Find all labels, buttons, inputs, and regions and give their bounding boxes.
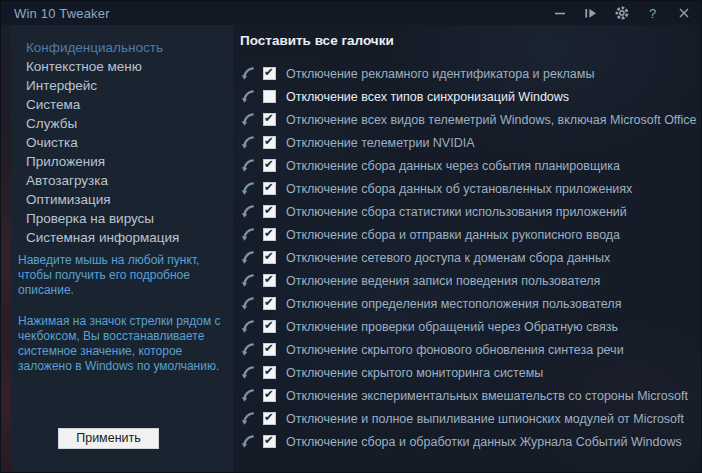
- checkbox[interactable]: ✔: [263, 274, 276, 287]
- titlebar: Win 10 Tweaker ?: [1, 1, 702, 25]
- checkbox[interactable]: ✔: [263, 182, 276, 195]
- checkbox[interactable]: ✔: [263, 435, 276, 448]
- checkbox-label: Отключение телеметрии NVIDIA: [286, 136, 475, 150]
- sidebar-item[interactable]: Система: [11, 95, 233, 114]
- check-icon: ✔: [264, 411, 274, 424]
- restore-default-arrow-icon[interactable]: [240, 365, 255, 380]
- checkbox-label: Отключение проверки обращений через Обра…: [286, 320, 618, 334]
- tweak-row[interactable]: ✔ Отключение сбора и отправки данных рук…: [233, 223, 702, 246]
- restore-default-arrow-icon[interactable]: [240, 66, 255, 81]
- sidebar-item[interactable]: Службы: [11, 114, 233, 133]
- sidebar-item[interactable]: Приложения: [11, 152, 233, 171]
- check-icon: ✔: [264, 250, 274, 263]
- restore-default-arrow-icon[interactable]: [240, 434, 255, 449]
- checkbox[interactable]: ✔: [263, 412, 276, 425]
- check-icon: ✔: [264, 319, 274, 332]
- checkbox-label: Отключение определения местоположения по…: [286, 297, 621, 311]
- apply-button[interactable]: Применить: [58, 428, 159, 449]
- restore-default-arrow-icon[interactable]: [240, 135, 255, 150]
- check-icon: ✔: [264, 227, 274, 240]
- desktop-background-strip: [1, 25, 11, 473]
- check-icon: ✔: [264, 66, 274, 79]
- sidebar-item[interactable]: Интерфейс: [11, 76, 233, 95]
- checkbox[interactable]: ✔: [263, 297, 276, 310]
- checkbox-label: Отключение сбора и обработки данных Журн…: [286, 435, 682, 449]
- close-icon: [678, 7, 690, 19]
- tweak-row[interactable]: ✔ Отключение всех видов телеметрий Windo…: [233, 108, 702, 131]
- checkbox-label: Отключение скрытого фонового обновления …: [286, 343, 624, 357]
- checkbox[interactable]: ✔: [263, 67, 276, 80]
- checkbox[interactable]: ✔: [263, 90, 276, 103]
- check-icon: ✔: [264, 434, 274, 447]
- sidebar-nav: КонфиденциальностьКонтекстное менюИнтерф…: [11, 38, 233, 247]
- tweak-row[interactable]: ✔ Отключение сетевого доступа к доменам …: [233, 246, 702, 269]
- restore-default-arrow-icon[interactable]: [240, 181, 255, 196]
- restore-default-arrow-icon[interactable]: [240, 273, 255, 288]
- checkbox[interactable]: ✔: [263, 228, 276, 241]
- restore-default-arrow-icon[interactable]: [240, 158, 255, 173]
- tweak-row[interactable]: ✔ Отключение скрытого фонового обновлени…: [233, 338, 702, 361]
- check-icon: ✔: [264, 388, 274, 401]
- main-panel: Поставить все галочки ✔ Отключение рекла…: [233, 25, 702, 473]
- help-button[interactable]: ?: [637, 1, 668, 25]
- checkbox[interactable]: ✔: [263, 159, 276, 172]
- checkbox-label: Отключение сбора данных через события пл…: [286, 159, 620, 173]
- checkbox-label: Отключение сетевого доступа к доменам сб…: [286, 251, 610, 265]
- settings-button[interactable]: [606, 1, 637, 25]
- checkbox-label: Отключение сбора данных об установленных…: [286, 182, 632, 196]
- tweak-row[interactable]: ✔ Отключение всех типов синхронизаций Wi…: [233, 85, 702, 108]
- sidebar-item[interactable]: Автозагрузка: [11, 171, 233, 190]
- check-icon: ✔: [264, 342, 274, 355]
- checkbox[interactable]: ✔: [263, 251, 276, 264]
- tweak-row[interactable]: ✔ Отключение сбора статистики использова…: [233, 200, 702, 223]
- tweak-row[interactable]: ✔ Отключение телеметрии NVIDIA: [233, 131, 702, 154]
- checkbox[interactable]: ✔: [263, 113, 276, 126]
- restore-default-arrow-icon[interactable]: [240, 296, 255, 311]
- checkbox[interactable]: ✔: [263, 136, 276, 149]
- help-icon: ?: [649, 6, 656, 21]
- check-icon: ✔: [264, 181, 274, 194]
- run-button[interactable]: [575, 1, 606, 25]
- close-button[interactable]: [668, 1, 699, 25]
- restore-default-arrow-icon[interactable]: [240, 250, 255, 265]
- restore-default-arrow-icon[interactable]: [240, 388, 255, 403]
- tweak-row[interactable]: ✔ Отключение экспериментальных вмешатель…: [233, 384, 702, 407]
- minimize-button[interactable]: [544, 1, 575, 25]
- sidebar: КонфиденциальностьКонтекстное менюИнтерф…: [11, 25, 233, 473]
- tweak-row[interactable]: ✔ Отключение сбора и обработки данных Жу…: [233, 430, 702, 453]
- tweak-row[interactable]: ✔ Отключение и полное выпиливание шпионс…: [233, 407, 702, 430]
- run-icon: [583, 6, 598, 20]
- minimize-icon: [553, 6, 567, 20]
- tweak-row[interactable]: ✔ Отключение рекламного идентификатора и…: [233, 62, 702, 85]
- restore-default-arrow-icon[interactable]: [240, 227, 255, 242]
- check-icon: ✔: [264, 112, 274, 125]
- sidebar-item[interactable]: Оптимизация: [11, 190, 233, 209]
- tweak-row[interactable]: ✔ Отключение определения местоположения …: [233, 292, 702, 315]
- restore-default-arrow-icon[interactable]: [240, 342, 255, 357]
- restore-default-arrow-icon[interactable]: [240, 204, 255, 219]
- sidebar-item[interactable]: Проверка на вирусы: [11, 209, 233, 228]
- restore-default-arrow-icon[interactable]: [240, 112, 255, 127]
- tweak-row[interactable]: ✔ Отключение ведения записи поведения по…: [233, 269, 702, 292]
- checkbox[interactable]: ✔: [263, 366, 276, 379]
- restore-default-arrow-icon[interactable]: [240, 89, 255, 104]
- tweak-row[interactable]: ✔ Отключение скрытого мониторинга систем…: [233, 361, 702, 384]
- check-icon: ✔: [264, 135, 274, 148]
- sidebar-item[interactable]: Системная информация: [11, 228, 233, 247]
- window-title: Win 10 Tweaker: [14, 6, 110, 21]
- tweak-row[interactable]: ✔ Отключение сбора данных через события …: [233, 154, 702, 177]
- checkbox-label: Отключение всех видов телеметрий Windows…: [286, 113, 697, 127]
- restore-default-arrow-icon[interactable]: [240, 411, 255, 426]
- check-icon: ✔: [264, 296, 274, 309]
- checkbox[interactable]: ✔: [263, 389, 276, 402]
- checkbox[interactable]: ✔: [263, 205, 276, 218]
- sidebar-item[interactable]: Конфиденциальность: [11, 38, 233, 57]
- checkbox-label: Отключение рекламного идентификатора и р…: [286, 67, 594, 81]
- tweak-row[interactable]: ✔ Отключение проверки обращений через Об…: [233, 315, 702, 338]
- tweak-row[interactable]: ✔ Отключение сбора данных об установленн…: [233, 177, 702, 200]
- checkbox[interactable]: ✔: [263, 320, 276, 333]
- sidebar-item[interactable]: Контекстное меню: [11, 57, 233, 76]
- sidebar-item[interactable]: Очистка: [11, 133, 233, 152]
- restore-default-arrow-icon[interactable]: [240, 319, 255, 334]
- checkbox[interactable]: ✔: [263, 343, 276, 356]
